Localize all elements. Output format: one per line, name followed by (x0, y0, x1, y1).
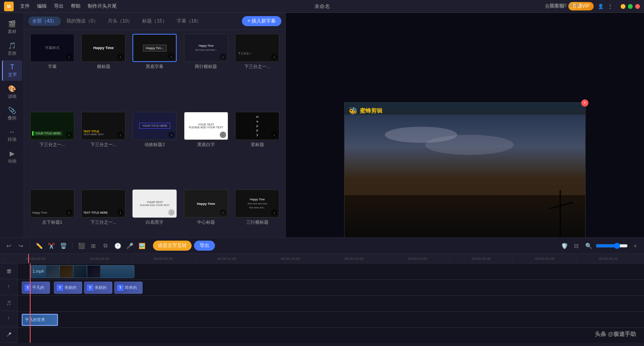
download-icon-14[interactable]: ↓ (220, 209, 226, 216)
tab-subtitle[interactable]: 字幕（18） (173, 16, 205, 26)
sidebar-item-text[interactable]: T 文字 (2, 60, 22, 81)
ruler-mark-6: 00:00:24.00 (386, 257, 449, 261)
grid-tool[interactable]: ⊞ (89, 241, 98, 251)
track-label-text: T (0, 279, 17, 295)
zoom-out-button[interactable]: 🔍 (584, 241, 593, 251)
sidebar-item-material[interactable]: 🎬 素材 (2, 17, 22, 38)
template-thumb-baidiheiziheiti: YOUR TEXTPLEASE ADD YOUR TEXT ↓ (132, 189, 177, 218)
template-name-zhongxinbiaoiti: 中心标题 (197, 219, 215, 225)
template-dongyaobiaoiti2[interactable]: YOUR TITLE HERE ↓ 动效标题2 (131, 112, 179, 187)
download-icon-6[interactable]: ↓ (66, 132, 72, 138)
tab-title[interactable]: 标题（15） (138, 16, 171, 26)
menu-help[interactable]: 帮助 (68, 2, 84, 10)
text-clip-3[interactable]: T 美丽的 (84, 282, 112, 294)
toolbar-right: 🛡️ ⊟ 🔍 + (559, 241, 640, 251)
sidebar-item-filter[interactable]: 🎨 滤镜 (2, 82, 22, 103)
template-name-zuoxiaxiaoiti: 左下标题1 (42, 219, 62, 225)
timeline-toolbar: ↩ ↪ ✏️ ✂️ 🗑️ ⬛ ⊞ ⧉ 🕐 🎤 🖼️ 语音文字互转 导出 🛡️ ⊟… (0, 238, 644, 254)
download-icon-8[interactable]: ↓ (168, 132, 175, 138)
template-thumb-biaoiti: Happy Time ↓ (81, 34, 126, 62)
export-button[interactable]: 导出 (194, 241, 215, 251)
menu-edit[interactable]: 编辑 (34, 2, 50, 10)
user-icon[interactable]: 👤 (598, 4, 604, 9)
timeline-scroll[interactable] (0, 343, 644, 346)
sidebar-item-transition[interactable]: ↔ 转场 (2, 125, 22, 146)
shield-icon[interactable]: 🛡️ (559, 241, 569, 251)
tab-all[interactable]: 全部（43） (28, 16, 61, 26)
download-icon-11[interactable]: ↓ (66, 209, 72, 216)
thumb-4 (87, 266, 100, 278)
arrange-tool[interactable]: ⧉ (101, 241, 110, 251)
template-thumb-green: YOUR TITLE HERE ↓ (30, 112, 74, 140)
text-clip-2[interactable]: T 美丽的 (54, 282, 82, 294)
tab-preset[interactable]: 我的预设（0） (62, 16, 102, 26)
minimize-button[interactable] (621, 4, 625, 9)
ruler-marks: 00:00:00.00 00:00:04.00 00:00:08.00 00:0… (4, 257, 640, 261)
template-lianghang[interactable]: Happy TimeText here text here... ↓ 两行横标题 (182, 34, 230, 109)
menu-export[interactable]: 导出 (51, 2, 67, 10)
text-clip-label-1: 平凡的 (32, 285, 44, 290)
selected-text-clip[interactable]: 平凡的世界 (22, 314, 58, 326)
thumb-1 (46, 266, 59, 278)
zoom-slider[interactable] (596, 243, 628, 249)
template-thumb-dongyaobiaoiti2: YOUR TITLE HERE ↓ (132, 112, 177, 140)
download-icon-2[interactable]: ↓ (117, 54, 124, 60)
download-icon-15[interactable]: ↓ (271, 209, 277, 216)
menu-file[interactable]: 文件 (17, 2, 33, 10)
text-clip-4[interactable]: T 简单的 (114, 282, 142, 294)
insert-subtitle-button[interactable]: + 插入新字幕 (242, 16, 281, 26)
template-yellow[interactable]: TEXT TITLETEXT HERE TEXT ↓ 下三分之一... (79, 112, 127, 187)
template-blackwhite[interactable]: YOUR TEXTPLEASE ADD YOUR TEXT ↓ 黑底白字 (182, 112, 230, 187)
bottom-watermark: 头条 @极速手助 (595, 331, 636, 338)
download-icon-4[interactable]: ↓ (220, 54, 226, 60)
sidebar-item-animation[interactable]: ▶ 动画 (2, 146, 22, 167)
download-icon-5[interactable]: ↓ (271, 54, 277, 60)
speech-text-button[interactable]: 语音文字互转 (153, 241, 192, 251)
sidebar-label-material: 素材 (8, 29, 17, 34)
track-label-audio: 🎵 (0, 295, 17, 311)
sidebar-item-audio[interactable]: 🎵 音效 (2, 39, 22, 60)
clock-tool[interactable]: 🕐 (113, 241, 122, 251)
menu-intro[interactable]: 制作片头片尾 (85, 2, 120, 10)
pen-tool[interactable]: ✏️ (34, 241, 44, 251)
crop-tool[interactable]: ⬛ (76, 241, 86, 251)
download-icon-3[interactable]: ↓ (168, 53, 174, 60)
template-jingbiaoiti[interactable]: Happy ↓ 竖标题 (233, 112, 281, 187)
template-zishu[interactable]: 字幕样式 ↓ 字幕 (28, 34, 76, 109)
download-icon-9[interactable]: ↓ (220, 132, 226, 138)
sidebar-label-filter: 滤镜 (8, 94, 17, 99)
close-button[interactable] (635, 4, 640, 9)
delete-tool[interactable]: 🗑️ (58, 241, 68, 251)
zoom-in-button[interactable]: + (630, 241, 640, 251)
top-bar: M 文件 编辑 导出 帮助 制作片头片尾 未命名 最近保存 15:48 在线客服… (0, 0, 644, 13)
preview-close-button[interactable]: × (581, 99, 588, 107)
undo-button[interactable]: ↩ (4, 241, 14, 251)
overlay-icon: 📎 (4, 107, 21, 114)
layout-icon[interactable]: ⊟ (572, 241, 581, 251)
download-icon-7[interactable]: ↓ (117, 132, 124, 138)
download-icon-1[interactable]: ↓ (66, 54, 72, 60)
cut-tool[interactable]: ✂️ (46, 241, 56, 251)
track-labels: 🎬 T 🎵 T 🎤 (0, 264, 18, 343)
maximize-button[interactable] (628, 4, 633, 9)
download-icon-13[interactable]: ↓ (168, 209, 175, 216)
tab-header[interactable]: 片头（10） (104, 16, 136, 26)
template-name-heidizishu: 黑底字幕 (146, 64, 163, 70)
template-green[interactable]: YOUR TITLE HERE ↓ 下三分之一... (28, 112, 76, 187)
text-clip-label-3: 美丽的 (95, 285, 107, 290)
download-icon-10[interactable]: ↓ (271, 132, 277, 138)
image-tool[interactable]: 🖼️ (137, 241, 147, 251)
ruler-mark-3: 00:00:12.00 (195, 257, 258, 261)
video-clip[interactable]: 1.mp4 (30, 265, 134, 278)
download-icon-12[interactable]: ↓ (117, 209, 124, 216)
template-biaoiti[interactable]: Happy Time ↓ 横标题 (79, 34, 127, 109)
text-clip-1[interactable]: T 平凡的 (22, 282, 50, 294)
panel-tabs: 全部（43） 我的预设（0） 片头（10） 标题（15） 字幕（18） + 插入… (24, 13, 285, 30)
sidebar-item-overlay[interactable]: 📎 叠附 (2, 103, 22, 124)
more-icon[interactable]: ⋮ (608, 4, 613, 9)
template-xiasanfenyi[interactable]: 下三分之一 ↓ 下三分之一... (233, 34, 281, 109)
template-heidizishu[interactable]: Happy Tim... ↓ 黑底字幕 (131, 34, 179, 109)
template-thumb-zishu: 字幕样式 ↓ (30, 34, 74, 62)
mic-tool[interactable]: 🎤 (125, 241, 134, 251)
redo-button[interactable]: ↪ (16, 241, 26, 251)
